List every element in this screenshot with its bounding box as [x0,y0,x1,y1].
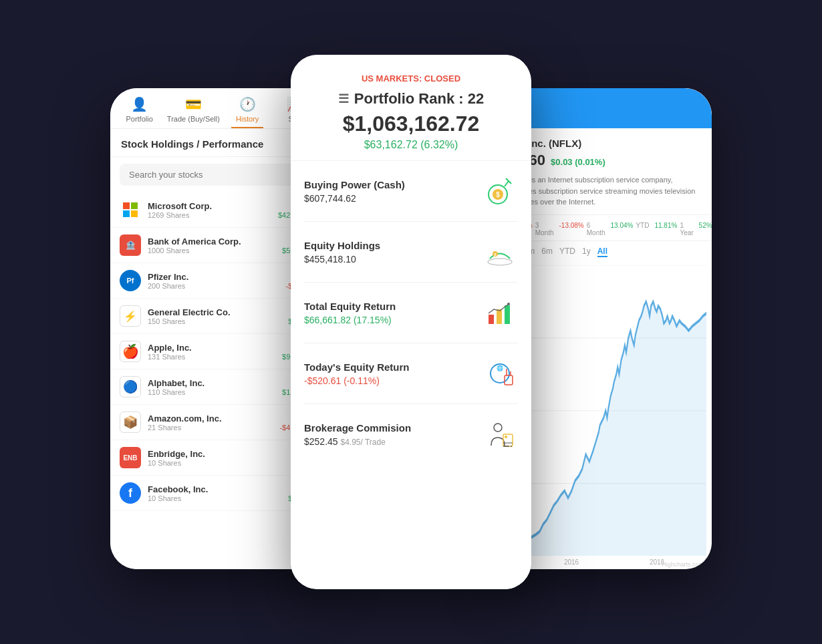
stock-info: Pfizer Inc. 200 Shares [148,272,286,290]
chart-watermark: Highcharts.com [662,561,704,568]
metric-value: $252.45 $4.95/ Trade [304,436,411,447]
aapl-logo: 🍎 [120,341,141,362]
metric-label: Buying Power (Cash) [304,179,405,190]
tab-history-label: History [236,115,259,123]
fb-logo: f [120,482,141,504]
msft-logo [120,199,141,220]
bac-logo: 🏦 [120,234,141,256]
svg-point-15 [494,424,502,432]
metric-label: Brokerage Commision [304,422,411,434]
stock-info: Enbridge, Inc. 10 Shares [148,449,296,467]
period-label-3m: 3 Month [535,222,554,236]
market-header: US MARKETS: CLOSED ☰ Portfolio Rank : 22… [291,55,531,161]
svg-text:🌐: 🌐 [497,365,503,371]
metric-brokerage: Brokerage Commision $252.45 $4.95/ Trade [304,404,518,464]
enb-logo: ENB [120,447,141,468]
brokerage-main: $252.45 [304,436,341,447]
svg-point-17 [505,436,507,438]
tab-portfolio-label: Portfolio [126,115,152,123]
chart-svg [522,265,706,556]
stock-shares: 131 Shares [148,353,282,361]
stock-info: Microsoft Corp. 1269 Shares [148,201,278,219]
equity-holdings-icon: $ [482,234,518,270]
svg-rect-7 [497,309,502,324]
buying-power-icon: $ [482,173,518,209]
stock-name: General Electric Co. [148,307,288,317]
stock-name: Facebook, Inc. [148,484,288,494]
stock-detail-desc: x, Inc. is an Internet subscription serv… [509,174,701,208]
stock-shares: 200 Shares [148,282,286,290]
portfolio-rank-label: Portfolio Rank : 22 [354,90,484,108]
stock-name: Amazon.com, Inc. [148,414,279,424]
trade-icon: 💳 [185,96,202,112]
tab-history[interactable]: 🕐 History [227,96,267,128]
metric-label: Equity Holdings [304,240,380,251]
metric-left: Today's Equity Return -$520.61 (-0.11%) [304,361,409,386]
metric-equity-holdings: Equity Holdings $455,418.10 $ [304,222,518,283]
stock-detail-change: $0.03 (0.01%) [551,157,605,167]
metric-value: $455,418.10 [304,254,380,265]
market-status-value: CLOSED [424,73,460,84]
stock-shares: 21 Shares [148,424,279,432]
tab-trade-label: Trade (Buy/Sell) [167,115,220,123]
scene: 👤 Portfolio 💳 Trade (Buy/Sell) 🕐 History… [110,35,712,609]
svg-marker-25 [522,301,706,556]
brokerage-icon [482,416,518,452]
stock-info: Bank of America Corp. 1000 Shares [148,236,282,255]
stock-name: Alphabet, Inc. [148,378,282,388]
stock-name: Apple, Inc. [148,343,282,353]
history-icon: 🕐 [239,96,256,112]
stock-shares: 1269 Shares [148,211,278,219]
stock-name: Pfizer Inc. [148,272,286,282]
return-6m: 13.04% [611,222,634,236]
market-status: US MARKETS: CLOSED [304,73,518,84]
year-2016: 2016 [564,558,579,566]
metric-left: Total Equity Return $66,661.82 (17.15%) [304,301,396,325]
ge-logo: ⚡ [120,305,141,327]
stock-name: Enbridge, Inc. [148,449,296,459]
stock-detail-price: 02.60 $0.03 (0.01%) [509,152,701,169]
metric-total-return: Total Equity Return $66,661.82 (17.15%) [304,283,518,343]
svg-point-9 [507,303,510,305]
chart-tab-6m[interactable]: 6m [541,247,553,257]
chart-tab-all[interactable]: All [597,247,607,257]
stock-shares: 10 Shares [148,459,296,467]
metric-value: -$520.61 (-0.11%) [304,375,409,386]
pfe-logo: Pf [120,270,141,291]
return-ytd: 11.81% [654,222,677,236]
stock-info: Alphabet, Inc. 110 Shares [148,378,282,396]
total-return-icon [482,295,518,331]
stock-info: General Electric Co. 150 Shares [148,307,288,325]
return-1y: 52% [699,222,712,236]
return-3m: -13.08% [559,222,583,236]
metric-value: $607,744.62 [304,193,405,204]
metric-label: Today's Equity Return [304,361,409,373]
stock-info: Apple, Inc. 131 Shares [148,343,282,361]
period-label-ytd: YTD [636,222,649,236]
portfolio-rank: ☰ Portfolio Rank : 22 [304,90,518,108]
portfolio-icon: 👤 [131,96,148,112]
metric-left: Equity Holdings $455,418.10 [304,240,380,265]
chart-tab-ytd[interactable]: YTD [559,247,575,257]
svg-rect-6 [489,315,494,324]
stock-name: Microsoft Corp. [148,201,278,211]
metric-left: Buying Power (Cash) $607,744.62 [304,179,405,204]
stock-shares: 1000 Shares [148,247,282,255]
stock-detail-name: flix, Inc. (NFLX) [509,138,701,149]
stock-info: Facebook, Inc. 10 Shares [148,484,288,502]
metric-value: $66,661.82 (17.15%) [304,315,396,325]
portfolio-gain: $63,162.72 (6.32%) [304,139,518,151]
svg-text:$: $ [496,191,500,198]
center-phone: US MARKETS: CLOSED ☰ Portfolio Rank : 22… [291,55,531,589]
brokerage-sub: $4.95/ Trade [341,438,386,447]
metric-buying-power: Buying Power (Cash) $607,744.62 $ [304,161,518,222]
search-input[interactable] [120,164,315,186]
tab-portfolio[interactable]: 👤 Portfolio [120,96,160,128]
chart-tab-1y[interactable]: 1y [582,247,591,257]
svg-rect-8 [505,305,510,324]
metric-left: Brokerage Commision $252.45 $4.95/ Trade [304,422,411,447]
stock-info: Amazon.com, Inc. 21 Shares [148,414,279,432]
today-return-icon: 🌐 [482,355,518,391]
tab-trade[interactable]: 💳 Trade (Buy/Sell) [167,96,220,128]
stock-shares: 150 Shares [148,317,288,325]
